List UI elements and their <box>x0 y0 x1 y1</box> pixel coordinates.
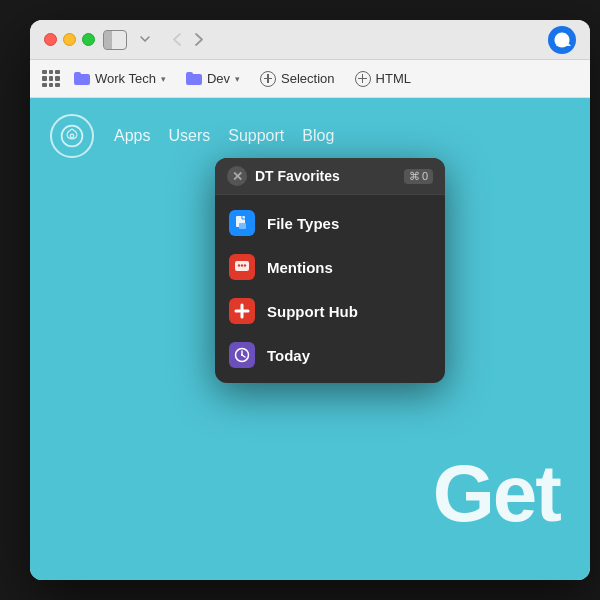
browser-window: Work Tech ▾ Dev ▾ Selection HTML <box>30 20 590 580</box>
keyboard-shortcut-badge: ⌘ 0 <box>404 169 433 184</box>
minimize-button[interactable] <box>63 33 76 46</box>
svg-point-0 <box>561 34 567 40</box>
cmd-symbol: ⌘ <box>409 170 420 183</box>
today-label: Today <box>267 347 310 364</box>
sidebar-toggle-button[interactable] <box>103 30 127 50</box>
traffic-lights <box>44 33 95 46</box>
bookmark-selection-label: Selection <box>281 71 334 86</box>
dt-favorites-popup: ✕ DT Favorites ⌘ 0 <box>215 158 445 383</box>
back-button[interactable] <box>167 30 187 50</box>
main-content-area: Apps Users Support Blog Get ✕ DT Favorit… <box>30 98 590 580</box>
popup-item-file-types[interactable]: File Types <box>215 201 445 245</box>
popup-item-today[interactable]: Today <box>215 333 445 377</box>
svg-point-15 <box>241 354 243 356</box>
close-icon: ✕ <box>232 169 243 184</box>
bookmark-work-tech-label: Work Tech <box>95 71 156 86</box>
support-hub-label: Support Hub <box>267 303 358 320</box>
nav-apps[interactable]: Apps <box>114 127 150 145</box>
today-icon <box>229 342 255 368</box>
nav-blog[interactable]: Blog <box>302 127 334 145</box>
file-types-icon <box>229 210 255 236</box>
site-logo <box>50 114 94 158</box>
popup-title: DT Favorites <box>255 168 340 184</box>
folder-icon <box>74 72 90 85</box>
chevron-down-icon: ▾ <box>161 74 166 84</box>
chevron-down-icon: ▾ <box>235 74 240 84</box>
bookmark-dev-label: Dev <box>207 71 230 86</box>
file-types-label: File Types <box>267 215 339 232</box>
bookmarks-bar: Work Tech ▾ Dev ▾ Selection HTML <box>30 60 590 98</box>
bookmark-html[interactable]: HTML <box>347 68 419 90</box>
svg-point-9 <box>244 264 246 266</box>
bookmark-work-tech[interactable]: Work Tech ▾ <box>66 68 174 89</box>
bookmark-dev[interactable]: Dev ▾ <box>178 68 248 89</box>
globe-icon <box>355 71 371 87</box>
popup-item-mentions[interactable]: Mentions <box>215 245 445 289</box>
chevron-down-icon[interactable] <box>135 30 155 50</box>
mentions-icon <box>229 254 255 280</box>
bookmark-html-label: HTML <box>376 71 411 86</box>
nav-support[interactable]: Support <box>228 127 284 145</box>
nav-users[interactable]: Users <box>168 127 210 145</box>
svg-point-8 <box>241 264 243 266</box>
svg-point-2 <box>70 134 73 137</box>
popup-items-list: File Types Mentions <box>215 195 445 383</box>
profile-avatar[interactable] <box>548 26 576 54</box>
support-hub-icon <box>229 298 255 324</box>
close-button[interactable] <box>44 33 57 46</box>
mentions-label: Mentions <box>267 259 333 276</box>
popup-title-area: ✕ DT Favorites <box>227 166 340 186</box>
svg-rect-5 <box>239 223 246 229</box>
apps-grid-icon[interactable] <box>40 68 62 90</box>
svg-point-7 <box>238 264 240 266</box>
maximize-button[interactable] <box>82 33 95 46</box>
forward-button[interactable] <box>189 30 209 50</box>
number-symbol: 0 <box>422 170 428 182</box>
popup-item-support-hub[interactable]: Support Hub <box>215 289 445 333</box>
title-bar <box>30 20 590 60</box>
globe-icon <box>260 71 276 87</box>
popup-close-button[interactable]: ✕ <box>227 166 247 186</box>
folder-icon <box>186 72 202 85</box>
popup-header: ✕ DT Favorites ⌘ 0 <box>215 158 445 195</box>
site-nav-links: Apps Users Support Blog <box>114 127 334 145</box>
navigation-arrows <box>167 30 209 50</box>
bookmark-selection[interactable]: Selection <box>252 68 342 90</box>
hero-text: Get <box>433 448 560 540</box>
